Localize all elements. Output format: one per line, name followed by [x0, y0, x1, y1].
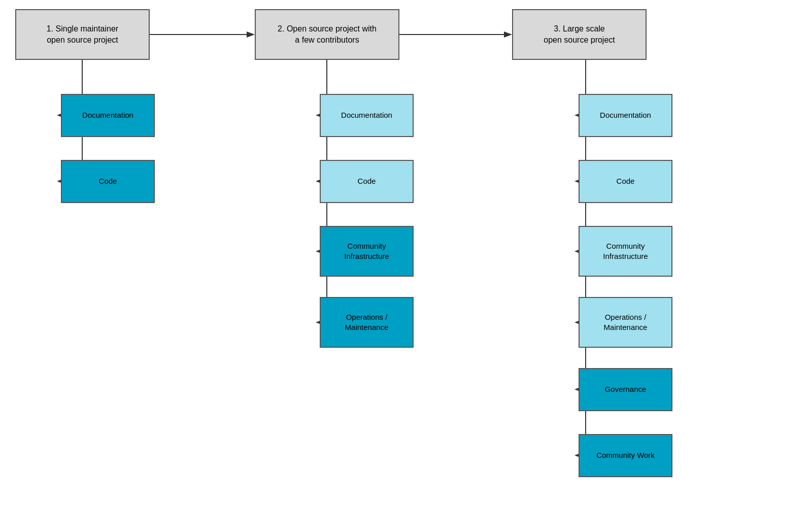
- col3-governance: Governance: [579, 368, 672, 411]
- col3-community-work: Community Work: [579, 434, 672, 477]
- col3-documentation: Documentation: [579, 94, 672, 137]
- header-1: 1. Single maintaineropen source project: [15, 9, 150, 60]
- col2-code: Code: [320, 160, 414, 203]
- col3-community-infrastructure: CommunityInfrastructure: [579, 226, 672, 277]
- col3-operations-maintenance: Operations /Maintenance: [579, 297, 672, 348]
- col2-documentation: Documentation: [320, 94, 414, 137]
- col3-code: Code: [579, 160, 672, 203]
- col1-documentation: Documentation: [61, 94, 155, 137]
- header-2: 2. Open source project witha few contrib…: [255, 9, 399, 60]
- col2-community-infrastructure: CommunityInfrastructure: [320, 226, 414, 277]
- col1-code: Code: [61, 160, 155, 203]
- header-3: 3. Large scaleopen source project: [512, 9, 647, 60]
- diagram: 1. Single maintaineropen source project …: [0, 0, 812, 532]
- col2-operations-maintenance: Operations /Maintenance: [320, 297, 414, 348]
